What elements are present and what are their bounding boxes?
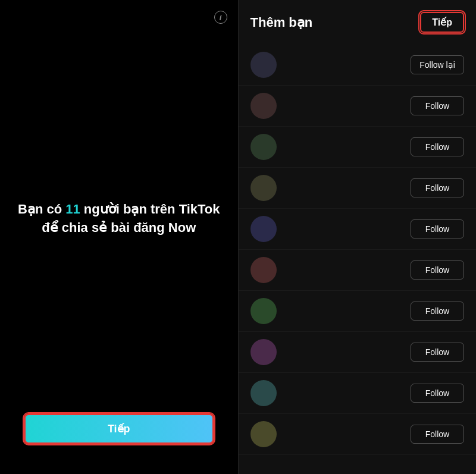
avatar <box>250 216 277 242</box>
list-item: Follow <box>239 127 476 168</box>
user-list: Follow lạiFollowFollowFollowFollowFollow… <box>239 39 476 474</box>
follow-back-button[interactable]: Follow lại <box>411 55 464 74</box>
user-left <box>250 216 277 242</box>
user-left <box>250 380 277 406</box>
follow-button[interactable]: Follow <box>411 260 464 280</box>
user-left <box>250 257 277 283</box>
list-item: Follow <box>239 291 476 332</box>
avatar <box>250 298 277 324</box>
right-title: Thêm bạn <box>250 15 313 30</box>
list-item: Follow <box>239 332 476 373</box>
avatar <box>250 175 277 201</box>
avatar <box>250 134 277 160</box>
left-content: Bạn có 11 người bạn trên TikTok để chia … <box>18 24 220 413</box>
avatar <box>250 421 277 447</box>
user-left <box>250 339 277 365</box>
follow-button[interactable]: Follow <box>411 178 464 197</box>
message-part1: Bạn có <box>18 202 65 216</box>
tiep-button-left[interactable]: Tiếp <box>24 413 214 444</box>
avatar <box>250 380 277 406</box>
follow-button[interactable]: Follow <box>411 425 464 444</box>
message-highlight: 11 <box>65 202 80 216</box>
list-item: Follow <box>239 209 476 250</box>
list-item: Follow <box>239 414 476 455</box>
follow-button[interactable]: Follow <box>411 219 464 238</box>
info-icon[interactable]: i <box>214 11 227 24</box>
avatar <box>250 93 277 119</box>
follow-button[interactable]: Follow <box>411 137 464 156</box>
user-left <box>250 93 277 119</box>
avatar <box>250 257 277 283</box>
right-header: Thêm bạn Tiếp <box>239 0 476 39</box>
left-message: Bạn có 11 người bạn trên TikTok để chia … <box>18 200 220 237</box>
user-left <box>250 134 277 160</box>
user-left <box>250 52 277 78</box>
list-item: Follow <box>239 250 476 291</box>
user-left <box>250 421 277 447</box>
list-item: Follow lại <box>239 45 476 86</box>
follow-button[interactable]: Follow <box>411 96 464 115</box>
follow-button[interactable]: Follow <box>411 384 464 403</box>
tiep-button-right[interactable]: Tiếp <box>420 12 464 33</box>
list-item: Follow <box>239 373 476 414</box>
list-item: Follow <box>239 86 476 127</box>
list-item: Follow <box>239 168 476 209</box>
right-panel: Thêm bạn Tiếp Follow lạiFollowFollowFoll… <box>239 0 476 474</box>
user-left <box>250 175 277 201</box>
avatar <box>250 339 277 365</box>
user-left <box>250 298 277 324</box>
follow-button[interactable]: Follow <box>411 343 464 362</box>
left-panel: i Bạn có 11 người bạn trên TikTok để chi… <box>0 0 238 474</box>
avatar <box>250 52 277 78</box>
follow-button[interactable]: Follow <box>411 302 464 321</box>
